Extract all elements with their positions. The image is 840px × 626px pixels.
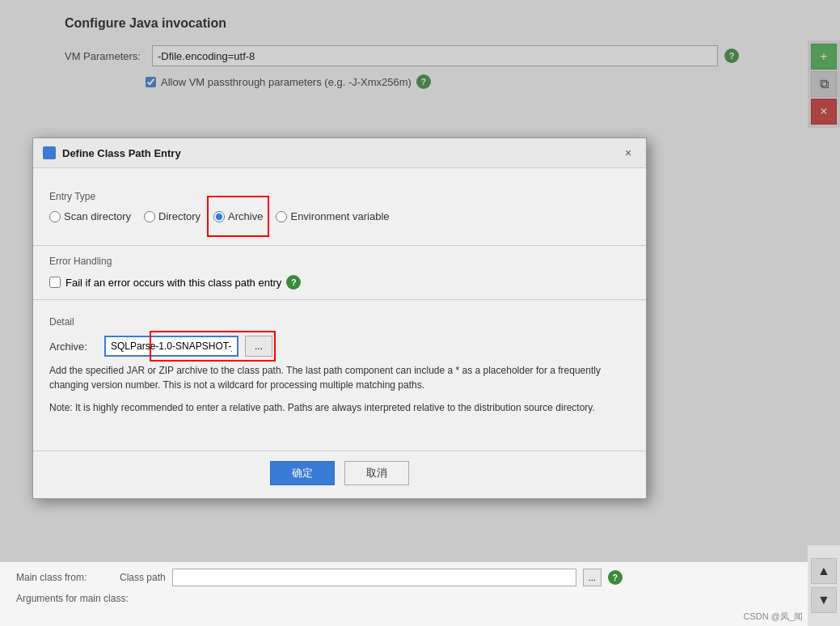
archive-input[interactable] [104,336,238,357]
browse-button[interactable]: ... [245,336,272,357]
right-toolbar-bottom: ▲ ▼ [808,545,840,626]
detail-highlight-container: ... [104,336,272,357]
description-text: Add the specified JAR or ZIP archive to … [49,363,630,392]
modal-footer: 确定 取消 [33,450,646,498]
archive-radio[interactable] [213,211,225,222]
archive-label-radio: Archive [228,210,263,222]
class-path-value: Class path [120,572,166,583]
ok-button[interactable]: 确定 [270,461,335,485]
radio-directory[interactable]: Directory [144,210,201,222]
radio-group: Scan directory Directory Archive [49,210,630,222]
dialog-icon [43,146,56,159]
radio-archive[interactable]: Archive [213,210,263,222]
scan-directory-radio[interactable] [49,211,61,222]
scan-directory-label: Scan directory [64,210,131,222]
cancel-button[interactable]: 取消 [344,461,409,485]
archive-input-row: Archive: ... [49,336,630,357]
divider-2 [33,299,646,300]
main-class-browse-button[interactable]: ... [583,569,602,586]
down-button[interactable]: ▼ [811,587,837,613]
main-class-help-icon[interactable]: ? [608,570,623,585]
main-class-label: Main class from: [16,572,113,583]
dialog-title: Define Class Path Entry [62,147,614,159]
env-variable-radio[interactable] [276,211,287,222]
main-class-row: Main class from: Class path ... ? [16,569,791,586]
error-help-icon[interactable]: ? [286,275,301,290]
radio-env-variable[interactable]: Environment variable [276,210,389,222]
bottom-area: Main class from: Class path ... ? Argume… [0,561,808,626]
detail-label: Detail [49,316,630,328]
main-class-input[interactable] [172,569,576,586]
args-row: Arguments for main class: [16,593,791,604]
radio-archive-container: Archive [213,210,263,222]
args-label: Arguments for main class: [16,593,129,604]
error-checkbox-label: Fail if an error occurs with this class … [65,277,281,289]
modal-titlebar: Define Class Path Entry × [33,138,646,168]
error-checkbox-row: Fail if an error occurs with this class … [49,275,630,290]
detail-section: Detail Archive: ... Add the specified JA… [49,307,630,438]
entry-type-label: Entry Type [49,191,630,202]
radio-scan-directory[interactable]: Scan directory [49,210,131,222]
archive-field-label: Archive: [49,340,98,353]
modal-dialog: Define Class Path Entry × Entry Type Sca… [32,137,647,499]
error-checkbox[interactable] [49,277,61,288]
up-button[interactable]: ▲ [811,558,837,584]
error-handling-section: Error Handling Fail if an error occurs w… [49,246,630,299]
env-variable-label: Environment variable [290,210,389,222]
modal-content: Entry Type Scan directory Directory [33,168,646,450]
entry-type-section: Entry Type Scan directory Directory [49,181,630,245]
directory-radio[interactable] [144,211,155,222]
watermark: CSDN @凤_闻 [743,611,803,623]
directory-label: Directory [158,210,201,222]
error-handling-label: Error Handling [49,256,630,267]
note-text: Note: It is highly recommended to enter … [49,400,630,415]
close-button[interactable]: × [620,145,636,161]
